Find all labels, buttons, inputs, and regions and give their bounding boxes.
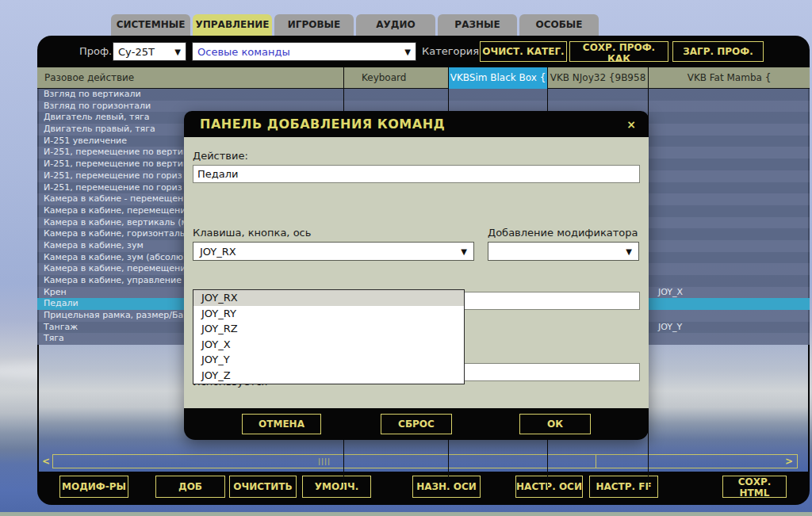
tab-2[interactable]: УПРАВЛЕНИЕ [193, 14, 272, 36]
add-button[interactable]: ДОБ [155, 476, 225, 498]
ok-button[interactable]: ОК [519, 414, 591, 434]
dialog-body: Действие: Клавиша, кнопка, ось Добавлени… [184, 137, 649, 408]
tab-5[interactable]: РАЗНЫЕ [438, 14, 517, 36]
key-button-axis-label: Клавиша, кнопка, ось [193, 227, 311, 239]
key-axis-select-value: JOY_RX [200, 246, 236, 258]
row-action-label: Камера в кабине, зум (абсолю [37, 252, 183, 262]
column-header-4[interactable]: VKB NJoy32 {9B958 [547, 67, 648, 89]
reset-button[interactable]: СБРОС [381, 414, 452, 434]
dropdown-option-joy_ry[interactable]: JOY_RY [193, 306, 464, 322]
scrollbar-grip-icon: |||| [318, 457, 331, 465]
bottom-strip [0, 512, 812, 516]
scrollbar-track-rest[interactable]: > [596, 454, 798, 468]
tab-4[interactable]: АУДИО [356, 14, 435, 36]
scrollbar-thumb[interactable]: |||| [52, 454, 596, 468]
category-select[interactable]: Осевые команды ▼ [192, 42, 416, 61]
key-axis-select[interactable]: JOY_RX ▼ [193, 242, 474, 261]
row-action-label: Прицельная рамка, размер/Ба [37, 310, 183, 320]
modifier-select[interactable]: ▼ [488, 242, 639, 261]
row-action-label: И-251, перемещение по вертик [37, 147, 189, 157]
row-action-label: Крен [37, 287, 67, 297]
category-label: Категория [422, 45, 479, 57]
tab-bar: СИСТЕМНЫЕУПРАВЛЕНИЕИГРОВЫЕАУДИОРАЗНЫЕОСО… [111, 14, 599, 36]
category-select-value: Осевые команды [197, 46, 290, 58]
save-profile-as-button[interactable]: СОХР. ПРОФ. КАК [569, 41, 668, 62]
action-input[interactable] [193, 165, 640, 183]
row-action-label: Камера в кабине, горизонталь [37, 228, 185, 239]
dropdown-option-joy_z[interactable]: JOY_Z [193, 368, 464, 384]
add-command-dialog: ПАНЕЛЬ ДОБАВЛЕНИЯ КОМАНД × Действие: Кла… [184, 111, 649, 440]
row-action-label: Двигатель правый, тяга [37, 124, 155, 134]
modifiers-button[interactable]: МОДИФ-РЫ [59, 476, 128, 498]
row-action-label: Камера в кабине - перемещен [37, 193, 183, 204]
row-action-label: Двигатель левый, тяга [37, 112, 150, 122]
row-action-label: Взгляд по горизонтали [37, 101, 151, 111]
profile-select-value: Су-25Т [118, 46, 155, 58]
tab-1[interactable]: СИСТЕМНЫЕ [111, 14, 190, 36]
chevron-down-icon: ▼ [404, 48, 411, 56]
scroll-left-arrow-icon[interactable]: < [40, 456, 52, 467]
column-header-5[interactable]: VKB Fat Mamba { [648, 67, 810, 89]
row-axis-assignment: JOY_Y [658, 322, 682, 334]
row-action-label: Педали [37, 298, 79, 308]
chevron-down-icon: ▼ [461, 247, 467, 256]
column-header-1[interactable]: Разовое действие [37, 67, 343, 89]
table-row[interactable]: Взгляд по вертикали [37, 89, 810, 101]
row-action-label: Камера в кабине, вертикаль (м [37, 217, 188, 227]
screen: СИСТЕМНЫЕУПРАВЛЕНИЕИГРОВЫЕАУДИОРАЗНЫЕОСО… [0, 0, 812, 516]
chevron-down-icon: ▼ [174, 48, 181, 56]
bottom-toolbar: МОДИФ-РЫДОБОЧИСТИТЬУМОЛЧ.НАЗН. ОСИНАСТР.… [37, 473, 810, 505]
dialog-title-bar: ПАНЕЛЬ ДОБАВЛЕНИЯ КОМАНД × [184, 111, 649, 137]
load-profile-button[interactable]: ЗАГР. ПРОФ. [672, 41, 764, 62]
dropdown-option-joy_y[interactable]: JOY_Y [193, 352, 464, 368]
row-action-label: И-251, перемещение по вертик [37, 159, 189, 169]
row-action-label: Тяга [37, 333, 64, 343]
tab-3[interactable]: ИГРОВЫЕ [274, 14, 354, 36]
top-bar: Проф. Су-25Т ▼ Осевые команды ▼ Категори… [37, 36, 810, 67]
row-action-label: Взгляд по вертикали [37, 89, 141, 99]
table-header: Разовое действиеKeyboardVKBSim Black Box… [37, 67, 810, 89]
add-modifier-label: Добавление модификатора [488, 227, 638, 239]
column-header-2[interactable]: Keyboard [343, 67, 448, 89]
column-header-3[interactable]: VKBSim Black Box { [448, 67, 547, 89]
row-action-label: И-251 увеличение [37, 136, 127, 146]
close-icon[interactable]: × [626, 118, 636, 131]
row-action-label: Камера в кабине, зум [37, 240, 144, 250]
row-action-label: Тангаж [37, 322, 78, 332]
dropdown-option-joy_rx[interactable]: JOY_RX [193, 290, 464, 306]
dialog-title: ПАНЕЛЬ ДОБАВЛЕНИЯ КОМАНД [200, 117, 445, 132]
profile-label: Проф. [79, 45, 112, 57]
row-action-label: И-251, перемещение по гориз [37, 170, 182, 181]
action-label: Действие: [193, 150, 248, 162]
row-action-label: Камера в кабине, управление [37, 275, 182, 285]
row-action-label: Камера в кабине, перемещени [37, 263, 186, 273]
axis-tune-button[interactable]: НАСТР. ОСИ [515, 476, 583, 498]
chevron-down-icon: ▼ [626, 247, 632, 256]
clear-category-button[interactable]: ОЧИСТ. КАТЕГ. [480, 41, 567, 62]
axis-dropdown-list: JOY_RXJOY_RYJOY_RZJOY_XJOY_YJOY_Z [193, 289, 465, 384]
dialog-footer: ОТМЕНАСБРОСОК [184, 408, 649, 440]
horizontal-scrollbar[interactable]: < |||| > [40, 453, 798, 469]
scroll-right-arrow-icon[interactable]: > [781, 456, 797, 467]
scrollbar-track[interactable]: |||| > [52, 454, 798, 468]
row-action-label: Камера в кабине, перемещени [37, 205, 186, 216]
cancel-button[interactable]: ОТМЕНА [242, 414, 321, 434]
clear-button[interactable]: ОЧИСТИТЬ [229, 476, 297, 498]
save-html-button[interactable]: СОХР. HTML [722, 476, 787, 498]
row-axis-assignment: JOY_X [658, 287, 683, 299]
tab-6[interactable]: ОСОБЫЕ [519, 14, 599, 36]
dropdown-option-joy_x[interactable]: JOY_X [193, 337, 464, 353]
default-button[interactable]: УМОЛЧ. [302, 476, 371, 498]
assign-axes-button[interactable]: НАЗН. ОСИ [412, 476, 481, 498]
dropdown-option-joy_rz[interactable]: JOY_RZ [193, 321, 464, 337]
profile-select[interactable]: Су-25Т ▼ [113, 42, 186, 61]
row-action-label: И-251, перемещение по гориз [37, 182, 182, 193]
